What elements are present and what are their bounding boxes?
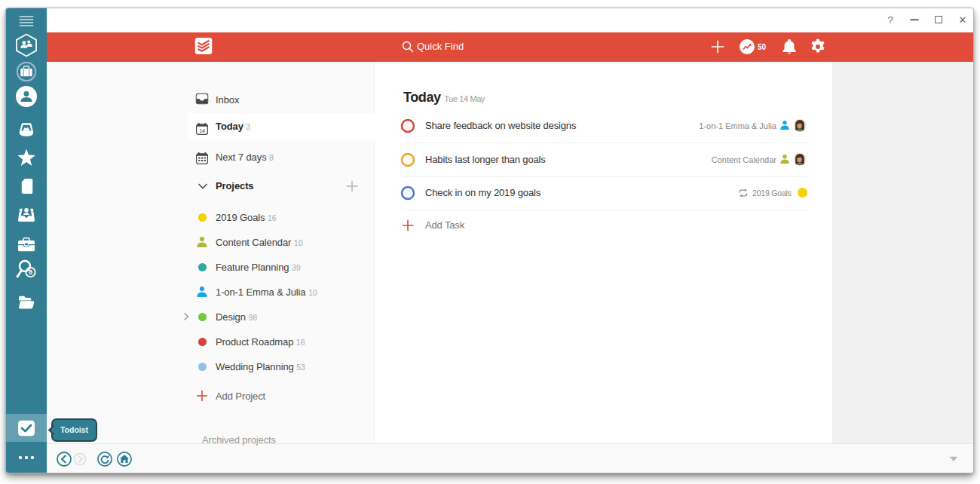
svg-text:14: 14 [200,127,205,133]
svg-text:8: 8 [29,268,32,276]
